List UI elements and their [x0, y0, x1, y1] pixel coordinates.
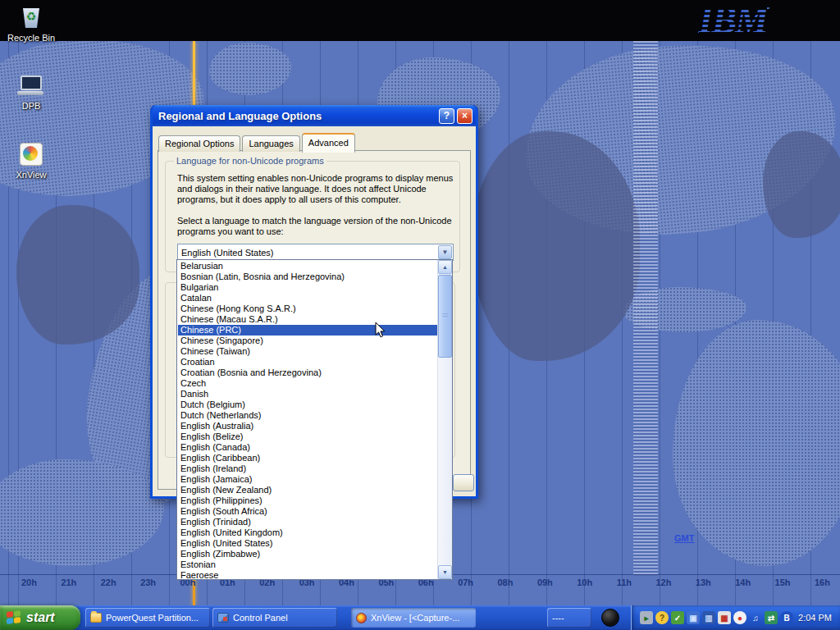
recycle-bin-icon: ♻ [16, 4, 46, 30]
dropdown-item-english-united-kingdom[interactable]: English (United Kingdom) [178, 527, 437, 538]
dropdown-items: BelarusianBosnian (Latin, Bosnia and Her… [178, 261, 437, 578]
combobox-dropdown-button[interactable]: ▼ [438, 245, 452, 259]
map-dark-region [763, 131, 840, 238]
safely-remove-icon[interactable]: ▸ [640, 611, 653, 624]
dropdown-item-english-caribbean[interactable]: English (Caribbean) [178, 453, 437, 463]
hour-label: 08h [498, 578, 514, 587]
tab-languages[interactable]: Languages [242, 135, 299, 152]
network-icon[interactable]: ▥ [702, 611, 715, 624]
start-button[interactable]: start [0, 605, 80, 630]
dropdown-item-croatian[interactable]: Croatian [178, 357, 437, 368]
taskbar-button-powerquest-partition[interactable]: PowerQuest Partition... [85, 608, 210, 628]
hour-label: 16h [815, 578, 830, 587]
help-button[interactable]: ? [439, 108, 454, 124]
apply-button-partial[interactable] [453, 474, 474, 491]
map-dark-region [16, 205, 139, 345]
dropdown-item-english-zimbabwe[interactable]: English (Zimbabwe) [178, 549, 437, 559]
taskbar: start PowerQuest Partition...Control Pan… [0, 605, 840, 630]
dropdown-item-bosnian-latin-bosnia-and-herzegovina[interactable]: Bosnian (Latin, Bosnia and Herzegovina) [178, 272, 437, 282]
desktop-icon-label: XnView [5, 170, 57, 180]
sync-icon[interactable]: ⇄ [765, 611, 778, 624]
close-button[interactable]: × [457, 108, 472, 124]
tab-regional-options[interactable]: Regional Options [158, 135, 240, 152]
dropdown-item-english-trinidad[interactable]: English (Trinidad) [178, 517, 437, 527]
taskbar-button-label: XnView - [<Capture-... [371, 613, 471, 623]
desktop-icon-label: Recycle Bin [5, 33, 57, 43]
dropdown-item-bulgarian[interactable]: Bulgarian [178, 282, 437, 293]
dropdown-item-dutch-belgium[interactable]: Dutch (Belgium) [178, 399, 437, 410]
dropdown-item-english-canada[interactable]: English (Canada) [178, 442, 437, 453]
folder-icon [90, 613, 102, 623]
taskbar-button-control-panel[interactable]: Control Panel [212, 608, 337, 628]
scroll-down-button[interactable]: ▼ [438, 565, 452, 579]
dropdown-item-chinese-hong-kong-s-a-r[interactable]: Chinese (Hong Kong S.A.R.) [178, 304, 437, 314]
dropdown-item-english-south-africa[interactable]: English (South Africa) [178, 506, 437, 517]
language-combobox[interactable]: English (United States) ▼ [177, 244, 454, 261]
dropdown-item-chinese-taiwan[interactable]: Chinese (Taiwan) [178, 346, 437, 357]
dropdown-item-english-belize[interactable]: English (Belize) [178, 431, 437, 442]
dropdown-item-english-australia[interactable]: English (Australia) [178, 421, 437, 431]
hour-label: 13h [696, 578, 711, 587]
map-dark-region [472, 131, 640, 361]
group-box-title: Language for non-Unicode programs [174, 156, 326, 166]
dropdown-item-english-jamaica[interactable]: English (Jamaica) [178, 474, 437, 485]
hour-label: 21h [61, 578, 76, 587]
timezone-highlight-band [633, 41, 658, 576]
dropdown-item-chinese-macau-s-a-r[interactable]: Chinese (Macau S.A.R.) [178, 314, 437, 325]
bluetooth-icon[interactable]: B [780, 611, 793, 624]
combobox-value: English (United States) [178, 248, 437, 258]
volume-icon[interactable]: ♫ [749, 611, 762, 624]
top-banner: IBM [0, 0, 840, 41]
dropdown-scrollbar[interactable]: ▲ ▼ [437, 260, 452, 579]
hour-label: 23h [140, 578, 156, 587]
desktop-icon-recycle-bin[interactable]: ♻Recycle Bin [5, 4, 57, 43]
description-text-2: Select a language to match the language … [177, 216, 461, 237]
scroll-up-button[interactable]: ▲ [438, 260, 452, 274]
taskbar-button-xnview-capture[interactable]: XnView - [<Capture-... [351, 608, 476, 628]
dropdown-item-english-philippines[interactable]: English (Philippines) [178, 495, 437, 506]
language-dropdown-list: BelarusianBosnian (Latin, Bosnia and Her… [176, 259, 453, 580]
dropdown-item-faeroese[interactable]: Faeroese [178, 570, 437, 578]
dropdown-item-chinese-prc[interactable]: Chinese (PRC) [178, 325, 437, 336]
dropdown-item-dutch-netherlands[interactable]: Dutch (Netherlands) [178, 410, 437, 421]
dropdown-item-belarusian[interactable]: Belarusian [178, 261, 437, 272]
dialog-titlebar[interactable]: Regional and Language Options ? × [153, 105, 476, 126]
dialog-tabs: Regional OptionsLanguagesAdvanced [158, 133, 357, 152]
taskbar-button-dashes[interactable]: ---- [547, 608, 591, 628]
vnc-icon[interactable]: ▦ [718, 611, 731, 624]
alert-icon[interactable]: ● [733, 611, 746, 624]
scrollbar-thumb[interactable] [438, 275, 452, 358]
task-buttons: PowerQuest Partition...Control PanelXnVi… [85, 605, 591, 630]
tab-advanced[interactable]: Advanced [302, 133, 355, 153]
xnview-icon [356, 613, 367, 623]
system-tray: ▸?✓▣▥▦●♫⇄B 2:04 PM [631, 605, 840, 630]
help-icon[interactable]: ? [655, 611, 669, 624]
dropdown-item-danish[interactable]: Danish [178, 389, 437, 399]
map-landmass [0, 459, 164, 566]
desktop-icon-xnview[interactable]: XnView [5, 141, 57, 180]
taskbar-tool-icon[interactable] [601, 609, 619, 627]
taskbar-button-label: ---- [552, 613, 587, 623]
ibm-logo: IBM [699, 0, 767, 41]
dropdown-item-czech[interactable]: Czech [178, 378, 437, 389]
dropdown-item-croatian-bosnia-and-herzegovina[interactable]: Croatian (Bosnia and Herzegovina) [178, 368, 437, 378]
desktop-icon-dpb[interactable]: DPB [5, 72, 57, 111]
hour-label: 10h [577, 578, 592, 587]
display-icon[interactable]: ▣ [687, 611, 700, 624]
hour-label: 09h [537, 578, 553, 587]
hour-label: 20h [21, 578, 37, 587]
antivirus-icon[interactable]: ✓ [671, 611, 684, 624]
dropdown-item-english-ireland[interactable]: English (Ireland) [178, 463, 437, 474]
hour-label: 15h [775, 578, 791, 587]
dropdown-item-english-new-zealand[interactable]: English (New Zealand) [178, 485, 437, 495]
taskbar-button-label: Control Panel [233, 613, 332, 623]
mouse-cursor [375, 322, 386, 339]
xnview-icon [16, 141, 46, 167]
dropdown-item-catalan[interactable]: Catalan [178, 293, 437, 304]
hour-label: 12h [655, 578, 671, 587]
dropdown-item-chinese-singapore[interactable]: Chinese (Singapore) [178, 336, 437, 346]
windows-flag-icon [7, 610, 21, 625]
dropdown-item-english-united-states[interactable]: English (United States) [178, 538, 437, 549]
desktop-icon-label: DPB [5, 101, 57, 111]
dropdown-item-estonian[interactable]: Estonian [178, 559, 437, 570]
